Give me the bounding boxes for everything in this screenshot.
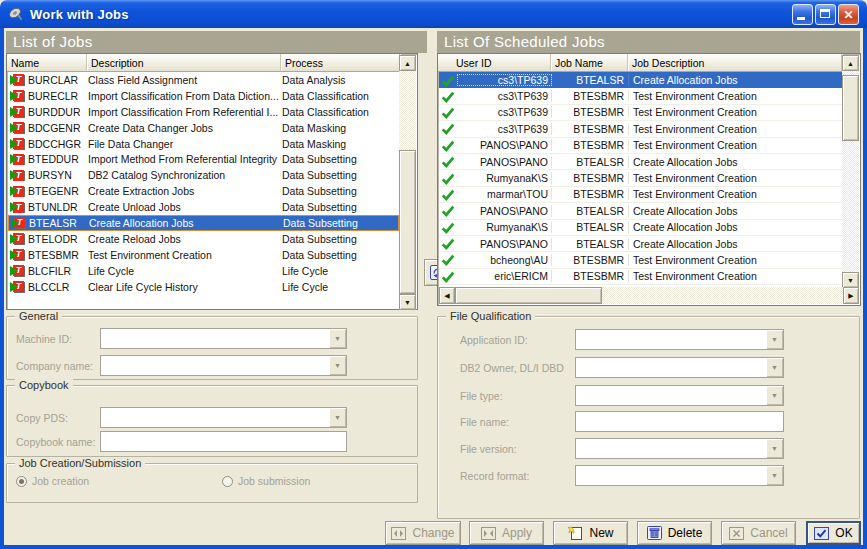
job-row[interactable]: T BLCCLR Clear Life Cycle History Life C…: [8, 279, 399, 295]
radio-selected-icon: [16, 476, 27, 487]
file-version-dropdown-button: ▼: [766, 439, 783, 458]
job-process-cell: Data Subsetting: [282, 153, 399, 165]
copybook-name-input[interactable]: [101, 432, 346, 451]
green-check-icon: [441, 204, 455, 217]
job-row[interactable]: T BTEALSR Create Allocation Jobs Data Su…: [8, 215, 399, 231]
job-description-cell: Test Environment Creation: [629, 90, 842, 102]
column-header-process[interactable]: Process: [281, 54, 400, 71]
column-header-name[interactable]: Name: [7, 54, 87, 71]
user-id-cell: bcheong\AU: [457, 254, 552, 266]
column-header-description[interactable]: Description: [87, 54, 281, 71]
job-row[interactable]: T BTEDDUR Import Method From Referential…: [8, 151, 399, 167]
scheduled-job-row[interactable]: marmar\TOU BTESBMR Test Environment Crea…: [439, 187, 842, 203]
delete-button[interactable]: Delete: [637, 521, 712, 545]
file-name-field[interactable]: [575, 411, 784, 432]
job-name-cell: BTEDDUR: [28, 153, 79, 165]
scrollbar-thumb[interactable]: [399, 150, 416, 294]
chevron-down-icon: ▼: [334, 335, 341, 342]
scheduled-job-row[interactable]: cs3\TP639 BTEALSR Create Allocation Jobs: [439, 72, 842, 88]
job-description-cell: Clear Life Cycle History: [88, 281, 282, 293]
job-row[interactable]: T BTUNLDR Create Unload Jobs Data Subset…: [8, 199, 399, 215]
green-check-icon: [441, 122, 455, 135]
scheduled-job-row[interactable]: bcheong\AU BTESBMR Test Environment Crea…: [439, 252, 842, 268]
scroll-left-button[interactable]: ◀: [439, 287, 455, 304]
maximize-button[interactable]: [815, 4, 836, 25]
job-description-cell: Create Allocation Jobs: [629, 156, 842, 168]
job-description-cell: Import Classification From Data Diction.…: [88, 90, 282, 102]
job-process-cell: Data Subsetting: [283, 217, 398, 229]
job-row[interactable]: T BURSYN DB2 Catalog Synchronization Dat…: [8, 167, 399, 183]
job-name-cell: BTELODR: [28, 233, 78, 245]
scheduled-job-row[interactable]: cs3\TP639 BTESBMR Test Environment Creat…: [439, 88, 842, 104]
job-submission-radio: Job submission: [222, 475, 310, 487]
green-arrow-icon: [11, 218, 19, 228]
job-type-icon: T: [10, 170, 24, 181]
scrollbar-thumb[interactable]: [455, 287, 602, 304]
file-name-label: File name:: [460, 416, 509, 428]
satellite-dish-icon: [7, 5, 25, 23]
copybook-name-field[interactable]: [100, 431, 347, 452]
job-description-cell: Test Environment Creation: [629, 106, 842, 118]
scheduled-job-row[interactable]: PANOS\PANO BTEALSR Create Allocation Job…: [439, 236, 842, 252]
scheduled-list-vscrollbar: ▲ ▼: [842, 55, 859, 288]
scroll-up-button[interactable]: ▲: [842, 55, 859, 71]
scrollbar-thumb[interactable]: [842, 75, 859, 141]
job-name-cell: BTEALSR: [552, 221, 629, 233]
file-qualification-group-label: File Qualification: [446, 310, 535, 322]
minimize-button[interactable]: [792, 4, 813, 25]
company-name-label: Company name:: [16, 360, 93, 372]
scheduled-job-row[interactable]: cs3\TP639 BTESBMR Test Environment Creat…: [439, 121, 842, 137]
column-header-user-id[interactable]: User ID: [438, 54, 551, 71]
job-row[interactable]: T BTESBMR Test Environment Creation Data…: [8, 247, 399, 263]
job-row[interactable]: T BDCCHGR File Data Changer Data Masking: [8, 136, 399, 152]
column-header-job-description[interactable]: Job Description: [628, 54, 842, 71]
job-description-cell: Test Environment Creation: [629, 139, 842, 151]
file-name-input[interactable]: [576, 412, 783, 431]
scroll-down-button[interactable]: ▼: [842, 272, 859, 288]
scheduled-job-row[interactable]: eric\ERICM BTESBMR Test Environment Crea…: [439, 269, 842, 285]
chevron-down-icon: ▼: [334, 414, 341, 421]
green-arrow-icon: [10, 266, 18, 276]
scheduled-job-row[interactable]: PANOS\PANO BTESBMR Test Environment Crea…: [439, 138, 842, 154]
green-arrow-icon: [10, 234, 18, 244]
scheduled-job-row[interactable]: PANOS\PANO BTEALSR Create Allocation Job…: [439, 154, 842, 170]
job-row[interactable]: T BTELODR Create Reload Jobs Data Subset…: [8, 231, 399, 247]
cancel-button-label: Cancel: [750, 526, 787, 540]
scheduled-job-row[interactable]: PANOS\PANO BTEALSR Create Allocation Job…: [439, 203, 842, 219]
list-of-scheduled-jobs-header: List Of Scheduled Jobs: [437, 31, 860, 53]
job-name-cell: BTESBMR: [552, 123, 629, 135]
job-row[interactable]: T BTEGENR Create Extraction Jobs Data Su…: [8, 183, 399, 199]
file-version-input: [576, 439, 766, 458]
job-description-cell: Create Allocation Jobs: [89, 217, 283, 229]
new-button[interactable]: New: [553, 521, 628, 545]
job-process-cell: Data Masking: [282, 138, 399, 150]
scroll-right-button[interactable]: ▶: [843, 287, 859, 304]
job-process-cell: Data Subsetting: [282, 233, 399, 245]
job-row[interactable]: T BURDDUR Import Classification From Ref…: [8, 104, 399, 120]
record-format-dropdown-button: ▼: [766, 466, 783, 485]
ok-button[interactable]: OK: [806, 521, 861, 545]
scheduled-list-hscrollbar: ◀ ▶: [439, 287, 859, 304]
scroll-up-button[interactable]: ▲: [399, 55, 416, 71]
job-row[interactable]: T BURECLR Import Classification From Dat…: [8, 88, 399, 104]
scheduled-job-row[interactable]: RumyanaK\S BTEALSR Create Allocation Job…: [439, 220, 842, 236]
job-row[interactable]: T BDCGENR Create Data Changer Jobs Data …: [8, 120, 399, 136]
minimize-icon: [797, 17, 805, 20]
job-row[interactable]: T BLCFILR Life Cycle Life Cycle: [8, 263, 399, 279]
file-version-combo: ▼: [575, 438, 784, 459]
job-name-cell: BTEGENR: [28, 185, 79, 197]
scroll-down-button[interactable]: ▼: [399, 294, 416, 310]
job-name-cell: BURSYN: [28, 169, 72, 181]
scheduled-job-row[interactable]: cs3\TP639 BTESBMR Test Environment Creat…: [439, 105, 842, 121]
job-row[interactable]: T BURCLAR Class Field Assignment Data An…: [8, 72, 399, 88]
job-type-icon: T: [10, 202, 24, 213]
close-button[interactable]: ✕: [838, 4, 859, 25]
green-arrow-icon: [10, 186, 18, 196]
record-format-label: Record format:: [460, 470, 529, 482]
copy-pds-input: [101, 408, 329, 427]
green-check-icon: [441, 221, 455, 234]
application-id-input: [576, 330, 766, 349]
scheduled-job-row[interactable]: RumyanaK\S BTESBMR Test Environment Crea…: [439, 170, 842, 186]
job-type-icon: T: [10, 249, 24, 260]
column-header-job-name[interactable]: Job Name: [551, 54, 628, 71]
